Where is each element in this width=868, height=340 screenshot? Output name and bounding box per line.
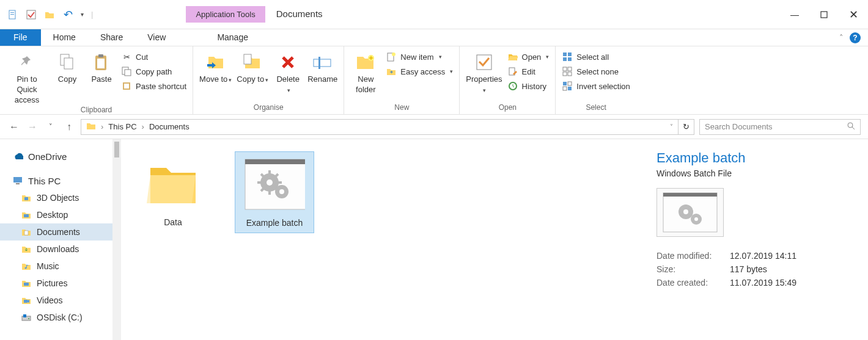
forward-button[interactable]: → <box>26 121 39 132</box>
maximize-button[interactable] <box>809 0 839 29</box>
svg-rect-54 <box>663 193 717 197</box>
address-bar[interactable]: › This PC › Documents ˅ <box>81 119 679 135</box>
cut-icon: ✂ <box>121 51 132 62</box>
cut-button[interactable]: ✂Cut <box>121 51 186 62</box>
nav-3d-objects[interactable]: 3D Objects <box>0 189 121 206</box>
copy-path-button[interactable]: Copy path <box>121 66 186 77</box>
breadcrumb-this-pc[interactable]: This PC <box>108 122 136 131</box>
this-pc-icon <box>12 175 23 186</box>
nav-osdisk[interactable]: OSDisk (C:) <box>0 309 121 326</box>
copy-button[interactable]: Copy <box>53 50 82 85</box>
svg-rect-38 <box>24 197 28 200</box>
nav-documents[interactable]: Documents <box>0 223 121 241</box>
ribbon: Pin to Quick access Copy Paste ✂Cut Copy… <box>0 46 868 115</box>
contextual-tab-application-tools[interactable]: Application Tools <box>186 6 265 23</box>
close-button[interactable]: ✕ <box>839 0 868 29</box>
group-label-select: Select <box>562 103 630 113</box>
new-folder-button[interactable]: New folder <box>350 50 381 95</box>
nav-desktop[interactable]: Desktop <box>0 206 121 223</box>
nav-pictures[interactable]: Pictures <box>0 275 121 292</box>
svg-rect-11 <box>125 70 131 76</box>
pin-quick-access-button[interactable]: Pin to Quick access <box>6 50 48 106</box>
tab-manage[interactable]: Manage <box>205 29 260 46</box>
properties-label: Properties▾ <box>466 74 502 95</box>
address-dropdown-icon[interactable]: ˅ <box>670 123 673 130</box>
svg-rect-30 <box>568 72 572 76</box>
move-to-button[interactable]: Move to▾ <box>199 50 232 85</box>
breadcrumb-documents[interactable]: Documents <box>149 122 189 131</box>
svg-point-58 <box>694 217 698 221</box>
document-icon[interactable] <box>7 9 18 20</box>
recent-locations-button[interactable]: ˅ <box>44 123 57 131</box>
folder-icon <box>21 226 32 237</box>
svg-rect-2 <box>10 14 14 15</box>
invert-selection-button[interactable]: Invert selection <box>562 81 630 92</box>
copy-to-button[interactable]: Copy to▾ <box>237 50 268 85</box>
svg-rect-39 <box>24 214 29 217</box>
collapse-ribbon-icon[interactable]: ˄ <box>839 33 844 42</box>
select-all-icon <box>562 51 573 62</box>
nav-this-pc[interactable]: This PC <box>0 172 121 189</box>
select-none-button[interactable]: Select none <box>562 66 630 77</box>
tab-view[interactable]: View <box>135 29 178 46</box>
file-item-data[interactable]: Data <box>133 151 213 232</box>
up-button[interactable]: ↑ <box>62 121 76 132</box>
file-list-area[interactable]: Data Example batch <box>121 139 642 340</box>
undo-icon[interactable]: ↶ <box>62 9 73 20</box>
details-properties: Date modified:12.07.2019 14:11 Size:117 … <box>657 249 803 289</box>
nav-videos[interactable]: Videos <box>0 292 121 309</box>
nav-downloads[interactable]: Downloads <box>0 241 121 258</box>
history-button[interactable]: History <box>507 81 550 92</box>
select-all-button[interactable]: Select all <box>562 51 630 62</box>
details-type: Windows Batch File <box>657 168 853 178</box>
breadcrumb-sep-icon[interactable]: › <box>142 122 144 131</box>
paste-button[interactable]: Paste <box>87 50 116 85</box>
svg-rect-14 <box>244 54 251 64</box>
svg-rect-28 <box>568 67 572 71</box>
search-box[interactable]: Search Documents <box>699 119 861 135</box>
svg-rect-9 <box>97 59 105 68</box>
tab-home[interactable]: Home <box>41 29 88 46</box>
ribbon-group-clipboard: Pin to Quick access Copy Paste ✂Cut Copy… <box>0 46 193 114</box>
paste-shortcut-button[interactable]: Paste shortcut <box>121 81 186 92</box>
minimize-button[interactable]: — <box>780 0 809 29</box>
edit-button[interactable]: Edit <box>507 66 550 77</box>
help-icon[interactable]: ? <box>850 32 861 43</box>
file-label: Example batch <box>246 218 303 228</box>
tab-file[interactable]: File <box>0 29 41 46</box>
easy-access-button[interactable]: Easy access▾ <box>386 66 453 77</box>
svg-rect-46 <box>23 314 26 317</box>
ribbon-group-new: New folder New item▾ Easy access▾ New <box>344 46 460 114</box>
pin-label: Pin to Quick access <box>6 74 48 106</box>
rename-button[interactable]: Rename <box>307 50 337 85</box>
pin-icon <box>16 51 38 73</box>
tab-share[interactable]: Share <box>88 29 135 46</box>
nav-music[interactable]: Music <box>0 258 121 275</box>
qat-dropdown-icon[interactable]: ▾ <box>81 11 84 18</box>
open-button[interactable]: Open▾ <box>507 51 550 62</box>
delete-button[interactable]: Delete▾ <box>273 50 303 95</box>
invert-selection-icon <box>562 81 573 92</box>
explorer-body: OneDrive This PC 3D Objects Desktop Docu… <box>0 139 868 340</box>
paste-icon <box>90 51 112 73</box>
file-item-example-batch[interactable]: Example batch <box>235 151 314 233</box>
refresh-button[interactable]: ↻ <box>679 119 694 135</box>
new-item-icon <box>386 51 397 62</box>
nav-scrollbar[interactable] <box>112 139 121 340</box>
delete-label: Delete▾ <box>276 74 300 95</box>
nav-onedrive[interactable]: OneDrive <box>0 148 121 165</box>
navigation-pane: OneDrive This PC 3D Objects Desktop Docu… <box>0 139 121 340</box>
history-icon <box>507 81 518 92</box>
properties-checkbox-icon[interactable] <box>26 9 37 20</box>
folder-icon[interactable] <box>44 9 55 20</box>
group-label-clipboard: Clipboard <box>6 106 186 115</box>
back-button[interactable]: ← <box>7 121 21 132</box>
folder-icon <box>21 278 32 289</box>
new-item-button[interactable]: New item▾ <box>386 51 453 62</box>
ribbon-group-organise: Move to▾ Copy to▾ Delete▾ Rename Organis… <box>193 46 344 114</box>
breadcrumb-sep-icon[interactable]: › <box>101 122 103 131</box>
folder-icon <box>21 261 32 272</box>
svg-point-52 <box>279 189 284 194</box>
folder-icon <box>21 209 32 220</box>
properties-button[interactable]: Properties▾ <box>466 50 502 95</box>
